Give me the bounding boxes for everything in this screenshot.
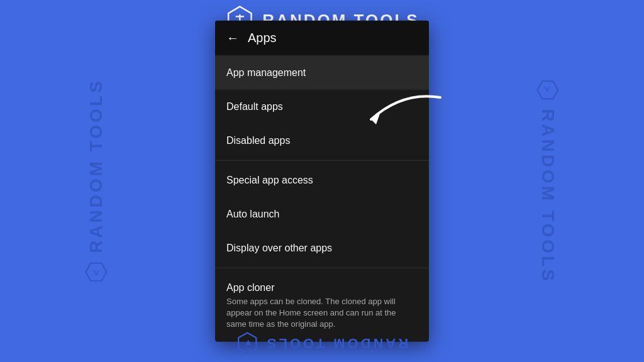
- menu-item-label: Special app access: [226, 175, 313, 185]
- menu-item-label: Display over other apps: [226, 243, 332, 253]
- menu-item-label: App management: [226, 67, 306, 78]
- svg-text:▼: ▼: [242, 338, 252, 348]
- svg-text:>: >: [543, 86, 553, 93]
- bg-watermark-right: > RANDOM TOOLS: [536, 79, 559, 283]
- back-arrow-icon[interactable]: ←: [226, 31, 239, 45]
- menu-item-special-app-access[interactable]: Special app access: [215, 163, 429, 197]
- menu-item-display-over-apps[interactable]: Display over other apps: [215, 231, 429, 265]
- menu-item-label: App cloner: [226, 282, 275, 293]
- annotation-arrow: [352, 88, 453, 138]
- page-title: Apps: [248, 31, 277, 45]
- bg-watermark-left: < RANDOM TOOLS: [85, 79, 108, 283]
- apps-header: ← Apps: [215, 21, 429, 56]
- divider-1: [215, 160, 429, 161]
- menu-item-app-management[interactable]: App management: [215, 56, 429, 90]
- menu-item-app-cloner[interactable]: App cloner Some apps can be cloned. The …: [215, 271, 429, 342]
- menu-item-label: Disabled apps: [226, 135, 290, 146]
- svg-text:<: <: [91, 268, 101, 275]
- phone-screen: ← Apps App management Default apps Disab…: [215, 21, 429, 342]
- bg-watermark-bottom: RANDOM TOOLS ▼: [236, 332, 408, 354]
- menu-item-sub-text: Some apps can be cloned. The cloned app …: [226, 296, 418, 331]
- divider-2: [215, 268, 429, 268]
- menu-item-label: Default apps: [226, 101, 283, 112]
- menu-item-label: Auto launch: [226, 209, 280, 219]
- menu-item-auto-launch[interactable]: Auto launch: [215, 197, 429, 231]
